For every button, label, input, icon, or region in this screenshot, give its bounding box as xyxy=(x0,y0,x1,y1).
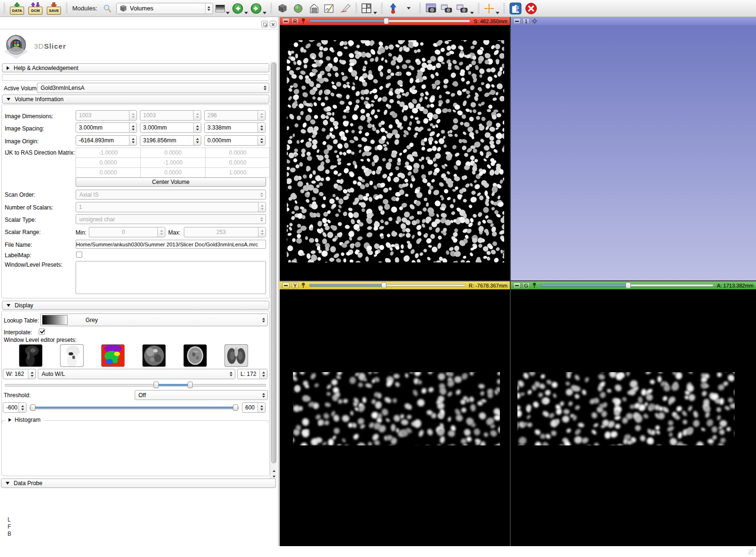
dock-float-button[interactable] xyxy=(261,21,268,27)
slider-handle-min[interactable] xyxy=(30,404,35,411)
spinner-arrows-icon[interactable] xyxy=(129,136,137,145)
yellow-view-label[interactable]: Y xyxy=(292,282,299,288)
ct-bone-preset-button[interactable] xyxy=(19,344,43,367)
pin-icon[interactable] xyxy=(301,282,306,288)
scrollbar-up-button[interactable] xyxy=(271,468,277,474)
ct-abdomen-preset-button[interactable] xyxy=(142,344,166,367)
image-dimensions-y[interactable]: 1003 xyxy=(140,110,201,121)
panel-scrollbar[interactable] xyxy=(270,61,277,479)
spinner-arrows-icon[interactable] xyxy=(28,369,35,379)
spin-view-icon[interactable] xyxy=(532,18,538,24)
threed-minimize-button[interactable] xyxy=(513,18,521,24)
yellow-minimize-button[interactable] xyxy=(282,282,290,288)
scrollbar-thumb[interactable] xyxy=(271,62,276,463)
level-field[interactable]: L: 172 xyxy=(237,369,267,379)
pet-preset-button[interactable] xyxy=(101,344,125,367)
histogram-header[interactable]: Histogram xyxy=(6,417,43,423)
history-back-button[interactable] xyxy=(232,1,248,16)
toolbar-drag-handle[interactable] xyxy=(270,3,272,14)
spinner-arrows-icon[interactable] xyxy=(259,369,267,379)
slider-track[interactable] xyxy=(5,384,266,387)
toolbar-drag-handle[interactable] xyxy=(355,3,357,14)
window-field[interactable]: W: 162 xyxy=(3,369,36,379)
ct-lung-preset-button[interactable] xyxy=(224,344,248,367)
green-slice-view[interactable] xyxy=(511,289,756,546)
green-view-label[interactable]: G xyxy=(523,282,530,288)
history-list-button[interactable] xyxy=(215,1,230,16)
wl-mode-selector[interactable]: Auto W/L xyxy=(38,369,235,379)
module-selector[interactable]: Volumes xyxy=(116,3,213,14)
threshold-mode-selector[interactable]: Off xyxy=(135,390,268,400)
green-minimize-button[interactable] xyxy=(513,282,521,288)
volume-information-header[interactable]: Volume Information xyxy=(2,95,269,104)
scene-view-capture-button[interactable] xyxy=(440,1,454,16)
spinner-arrows-icon[interactable] xyxy=(193,136,201,145)
threshold-max-field[interactable]: 600 xyxy=(242,402,266,413)
spinner-arrows-icon[interactable] xyxy=(258,111,265,120)
labelmap-checkbox[interactable] xyxy=(76,252,82,258)
yellow-slice-view[interactable] xyxy=(280,289,510,546)
crosshair-button[interactable] xyxy=(483,1,499,16)
threed-view-label[interactable]: 1 xyxy=(523,18,530,24)
toolbar-drag-handle[interactable] xyxy=(478,3,480,14)
number-of-scalars-field[interactable]: 1 xyxy=(76,202,266,212)
pin-icon[interactable] xyxy=(532,282,537,288)
spinner-arrows-icon[interactable] xyxy=(157,227,165,237)
threshold-slider[interactable] xyxy=(29,404,239,411)
scalar-range-min-field[interactable]: 0 xyxy=(89,227,165,237)
scan-order-selector[interactable]: Axial IS xyxy=(76,190,266,200)
dicom-button[interactable]: DCM xyxy=(27,1,43,16)
pin-icon[interactable] xyxy=(301,18,306,24)
place-fiducial-button[interactable] xyxy=(387,1,400,16)
image-origin-z[interactable]: 0.000mm xyxy=(204,135,266,146)
scene-view-restore-button[interactable] xyxy=(456,1,474,16)
image-dimensions-x[interactable]: 1003 xyxy=(76,110,137,121)
spinner-arrows-icon[interactable] xyxy=(258,202,266,212)
image-spacing-x[interactable]: 3.000mm xyxy=(76,122,137,133)
help-section-header[interactable]: Help & Acknowledgement xyxy=(2,63,269,72)
slider-handle-min[interactable] xyxy=(154,382,159,388)
red-minimize-button[interactable] xyxy=(282,18,290,24)
spinner-arrows-icon[interactable] xyxy=(258,403,265,412)
center-volume-button[interactable]: Center Volume xyxy=(76,177,266,187)
image-spacing-z[interactable]: 3.338mm xyxy=(204,122,266,133)
extensions-manager-button[interactable] xyxy=(509,1,522,16)
dock-close-button[interactable] xyxy=(270,21,276,27)
load-data-button[interactable]: DATA xyxy=(9,1,25,16)
image-origin-y[interactable]: 3196.856mm xyxy=(140,135,201,146)
module-search-button[interactable] xyxy=(101,1,114,16)
threed-view[interactable] xyxy=(511,25,756,280)
yellow-slice-slider-handle[interactable] xyxy=(381,282,387,288)
red-view-label[interactable]: R xyxy=(292,18,299,24)
history-forward-button[interactable] xyxy=(250,1,266,16)
spinner-arrows-icon[interactable] xyxy=(193,111,201,120)
toolbar-drag-handle[interactable] xyxy=(503,3,505,14)
save-button[interactable]: SAVE xyxy=(46,1,62,16)
green-slice-slider-handle[interactable] xyxy=(626,282,631,288)
red-slice-slider-handle[interactable] xyxy=(384,18,389,24)
image-dimensions-z[interactable]: 296 xyxy=(204,110,266,121)
spinner-arrows-icon[interactable] xyxy=(258,227,266,237)
layout-selector-button[interactable] xyxy=(361,1,377,16)
fiducial-dropdown-button[interactable] xyxy=(402,1,415,16)
spinner-arrows-icon[interactable] xyxy=(258,123,265,132)
scalar-range-max-field[interactable]: 253 xyxy=(184,227,266,237)
spinner-arrows-icon[interactable] xyxy=(18,403,26,412)
red-slice-slider[interactable] xyxy=(309,18,470,24)
slider-handle-max[interactable] xyxy=(233,404,238,411)
yellow-slice-slider[interactable] xyxy=(309,282,465,288)
green-slice-slider[interactable] xyxy=(541,282,713,288)
spinner-arrows-icon[interactable] xyxy=(129,123,137,132)
spinner-arrows-icon[interactable] xyxy=(129,111,137,120)
ct-brain-preset-button[interactable] xyxy=(183,344,207,367)
display-section-header[interactable]: Display xyxy=(2,301,269,310)
sphere-module-button[interactable] xyxy=(292,1,305,16)
toolbar-drag-handle[interactable] xyxy=(419,3,421,14)
error-log-button[interactable] xyxy=(524,1,538,16)
window-level-slider[interactable] xyxy=(5,382,266,388)
file-name-field[interactable]: Home/Summer/ankush0300/Summer 2013/Slice… xyxy=(76,240,266,249)
resize-grip[interactable] xyxy=(748,549,755,555)
toolbar-drag-handle[interactable] xyxy=(3,3,5,14)
spinner-arrows-icon[interactable] xyxy=(193,123,201,132)
scalar-type-selector[interactable]: unsigned char xyxy=(76,214,266,224)
